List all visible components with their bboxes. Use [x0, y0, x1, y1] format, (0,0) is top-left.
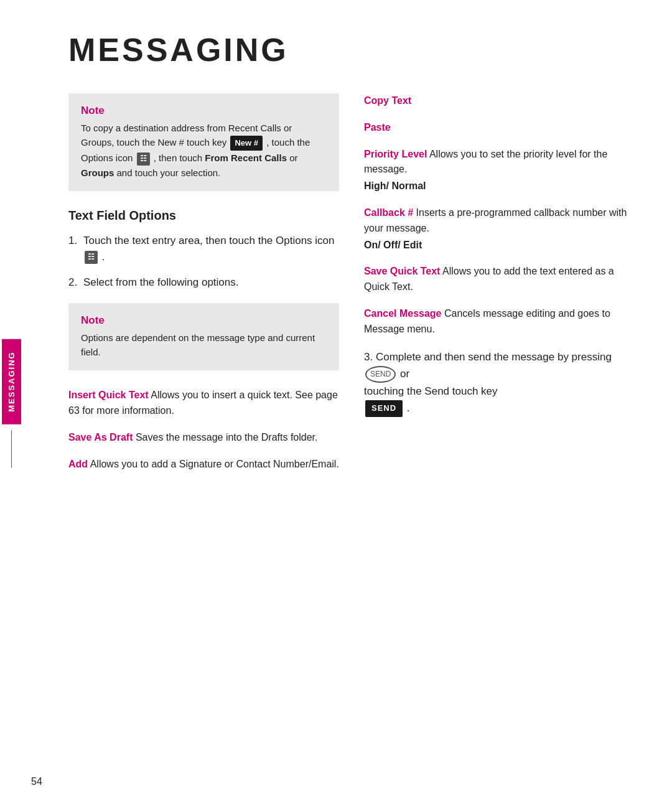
options-icon-inline: ☷	[137, 152, 150, 166]
insert-quick-text-term: Insert Quick Text	[68, 390, 149, 400]
step-3-block: 3. Complete and then send the message by…	[364, 349, 635, 417]
step-1: 1. Touch the text entry area, then touch…	[68, 233, 339, 266]
step-2: 2. Select from the following options.	[68, 274, 339, 291]
save-quick-text-term: Save Quick Text	[364, 266, 440, 276]
note1-title: Note	[81, 105, 327, 117]
step3-period: .	[407, 402, 410, 414]
option-save-as-draft: Save As Draft Saves the message into the…	[68, 430, 339, 446]
note1-text3: , then touch	[154, 152, 202, 163]
sidebar-tab: MESSAGING	[0, 339, 22, 467]
option-save-quick-text: Save Quick Text Allows you to add the te…	[364, 264, 635, 295]
step1-text: Touch the text entry area, then touch th…	[83, 235, 335, 246]
add-term: Add	[68, 459, 88, 469]
callback-term: Callback #	[364, 207, 413, 218]
note-box-1: Note To copy a destination address from …	[68, 93, 339, 191]
step3-text: Complete and then send the message by pr…	[376, 351, 612, 363]
note2-body: Options are dependent on the message typ…	[81, 330, 327, 360]
page-container: MESSAGING MESSAGING Note To copy a desti…	[0, 0, 672, 806]
note-box-2: Note Options are dependent on the messag…	[68, 303, 339, 371]
new-hash-button: New #	[230, 136, 263, 151]
copy-text-term: Copy Text	[364, 95, 411, 106]
option-copy-text: Copy Text	[364, 93, 635, 109]
save-as-draft-desc: Saves the message into the Drafts folder…	[136, 432, 318, 443]
option-paste: Paste	[364, 120, 635, 136]
step3-num: 3.	[364, 351, 376, 363]
note1-bold2: Groups	[81, 167, 114, 178]
step3-or: or	[400, 368, 409, 380]
page-title: MESSAGING	[68, 31, 635, 68]
option-cancel-message: Cancel Message Cancels message editing a…	[364, 306, 635, 337]
note1-body: To copy a destination address from Recen…	[81, 121, 327, 180]
option-add: Add Allows you to add a Signature or Con…	[68, 457, 339, 472]
step1-period: .	[102, 251, 105, 263]
step3-touch-text: touching the Send touch key	[364, 385, 498, 397]
steps-list: 1. Touch the text entry area, then touch…	[68, 233, 339, 291]
paste-term: Paste	[364, 122, 391, 133]
send-circle-icon: SEND	[365, 366, 396, 383]
send-button-label: SEND	[365, 400, 403, 417]
page-number: 54	[31, 776, 42, 787]
right-column: Copy Text Paste Priority Level Allows yo…	[364, 93, 635, 775]
note1-bold1: From Recent Calls	[205, 152, 287, 163]
left-column: Note To copy a destination address from …	[68, 93, 339, 775]
two-column-layout: Note To copy a destination address from …	[68, 93, 635, 775]
text-field-options-heading: Text Field Options	[68, 209, 339, 223]
options-icon-step1: ☷	[85, 251, 98, 264]
sidebar-line	[11, 430, 12, 467]
option-callback: Callback # Inserts a pre-programmed call…	[364, 205, 635, 253]
note1-text5: and touch your selection.	[117, 167, 221, 178]
cancel-message-term: Cancel Message	[364, 308, 442, 319]
option-priority-level: Priority Level Allows you to set the pri…	[364, 147, 635, 194]
add-desc: Allows you to add a Signature or Contact…	[90, 459, 339, 469]
save-as-draft-term: Save As Draft	[68, 432, 133, 443]
priority-level-sub: High/ Normal	[364, 179, 635, 194]
note2-title: Note	[81, 314, 327, 327]
callback-sub: On/ Off/ Edit	[364, 238, 635, 253]
step2-text: Select from the following options.	[83, 276, 238, 288]
main-content: MESSAGING Note To copy a destination add…	[31, 0, 672, 806]
priority-level-term: Priority Level	[364, 149, 427, 159]
note1-text4: or	[289, 152, 297, 163]
option-insert-quick-text: Insert Quick Text Allows you to insert a…	[68, 388, 339, 419]
sidebar-label: MESSAGING	[2, 339, 21, 424]
